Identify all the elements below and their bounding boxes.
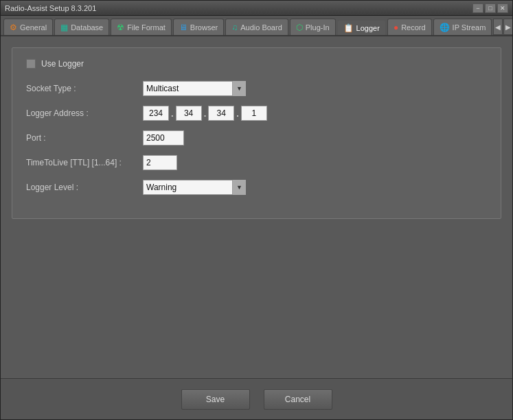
logger-level-label: Logger Level : <box>26 183 143 192</box>
use-logger-row: Use Logger <box>26 59 487 69</box>
tab-bar: ⚙ General ▦ Database ☢ File Format 🖥 Bro… <box>1 16 512 36</box>
addr-octet3[interactable] <box>208 106 234 121</box>
tab-nav-right[interactable]: ▶ <box>503 19 512 35</box>
maximize-button[interactable]: □ <box>485 3 496 13</box>
content-area: Use Logger Socket Type : Multicast Unica… <box>1 36 512 378</box>
addr-octet2[interactable] <box>176 106 202 121</box>
port-label: Port : <box>26 133 143 143</box>
fileformat-icon: ☢ <box>117 23 124 32</box>
logger-address-label: Logger Address : <box>26 108 143 118</box>
addr-octet4[interactable] <box>241 106 267 121</box>
bottom-bar: Save Cancel <box>1 378 512 419</box>
logger-address-row: Logger Address : . . . <box>26 106 487 121</box>
ipstream-icon: 🌐 <box>440 23 450 32</box>
addr-dot-3: . <box>234 108 241 119</box>
socket-type-label: Socket Type : <box>26 84 143 93</box>
tab-record[interactable]: ● Record <box>387 19 432 35</box>
tab-database[interactable]: ▦ Database <box>54 19 109 35</box>
ttl-input[interactable] <box>143 155 177 170</box>
form-panel: Use Logger Socket Type : Multicast Unica… <box>12 47 501 219</box>
port-row: Port : <box>26 130 487 145</box>
tab-browser-label: Browser <box>190 23 218 32</box>
tab-logger[interactable]: 📋 Logger <box>337 20 386 36</box>
logger-level-select[interactable]: Warning Error Info Debug <box>143 180 246 195</box>
title-bar: Radio-Assist Setup 8.3.201 − □ ✕ <box>1 1 512 16</box>
tab-browser[interactable]: 🖥 Browser <box>173 19 224 35</box>
tab-general-label: General <box>20 23 47 32</box>
addr-octet1[interactable] <box>143 106 169 121</box>
save-button[interactable]: Save <box>181 389 250 410</box>
tab-ipstream[interactable]: 🌐 IP Stream <box>433 19 492 35</box>
database-icon: ▦ <box>60 23 68 32</box>
general-icon: ⚙ <box>10 23 17 32</box>
addr-dot-1: . <box>169 108 176 119</box>
close-button[interactable]: ✕ <box>497 3 508 13</box>
tab-plugin[interactable]: ⬡ Plug-In <box>290 19 336 35</box>
plugin-icon: ⬡ <box>296 23 303 32</box>
title-bar-text: Radio-Assist Setup 8.3.201 <box>5 4 96 12</box>
tab-plugin-label: Plug-In <box>306 23 330 32</box>
minimize-button[interactable]: − <box>472 3 483 13</box>
logger-icon: 📋 <box>343 23 354 33</box>
tab-fileformat-label: File Format <box>127 23 166 32</box>
record-icon: ● <box>394 23 398 32</box>
logger-address-inputs: . . . <box>143 106 267 121</box>
tab-fileformat[interactable]: ☢ File Format <box>111 19 172 35</box>
use-logger-label: Use Logger <box>41 59 84 69</box>
title-bar-controls: − □ ✕ <box>472 3 508 13</box>
audioboard-icon: ♫ <box>231 23 238 32</box>
tab-audioboard-label: Audio Board <box>240 23 282 32</box>
tab-audioboard[interactable]: ♫ Audio Board <box>225 19 288 35</box>
port-input[interactable] <box>143 130 184 145</box>
ttl-row: TimeToLive [TTL] [1...64] : <box>26 155 487 170</box>
logger-level-row: Logger Level : Warning Error Info Debug … <box>26 180 487 195</box>
socket-type-wrapper: Multicast Unicast Broadcast ▼ <box>143 81 246 96</box>
ttl-label: TimeToLive [TTL] [1...64] : <box>26 158 143 167</box>
tab-logger-label: Logger <box>356 24 380 32</box>
use-logger-checkbox[interactable] <box>26 59 36 69</box>
cancel-button[interactable]: Cancel <box>264 389 332 410</box>
socket-type-row: Socket Type : Multicast Unicast Broadcas… <box>26 81 487 96</box>
main-window: Radio-Assist Setup 8.3.201 − □ ✕ ⚙ Gener… <box>0 0 513 420</box>
tab-nav-left[interactable]: ◀ <box>493 19 503 35</box>
tab-database-label: Database <box>71 23 103 32</box>
tab-ipstream-label: IP Stream <box>453 23 486 32</box>
tab-general[interactable]: ⚙ General <box>3 19 53 35</box>
tab-record-label: Record <box>401 23 425 32</box>
browser-icon: 🖥 <box>179 23 187 32</box>
socket-type-select[interactable]: Multicast Unicast Broadcast <box>143 81 246 96</box>
logger-level-wrapper: Warning Error Info Debug ▼ <box>143 180 246 195</box>
addr-dot-2: . <box>202 108 209 119</box>
